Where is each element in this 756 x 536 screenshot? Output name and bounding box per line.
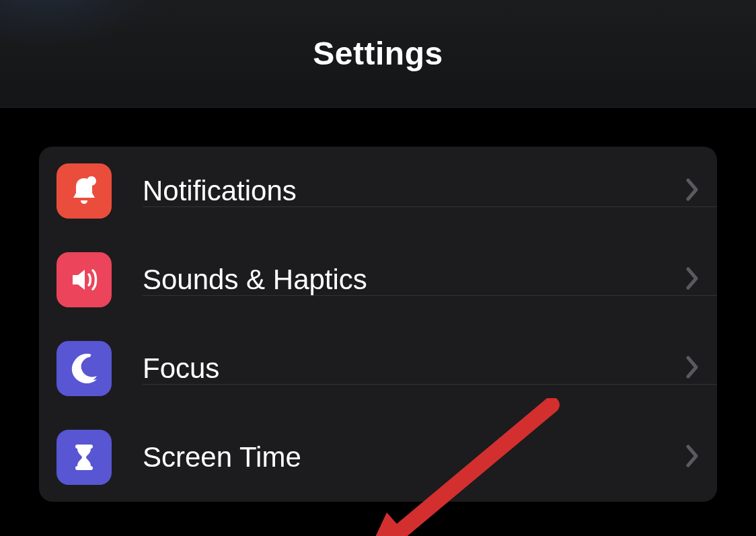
- settings-row-screentime[interactable]: Screen Time: [39, 413, 717, 502]
- settings-row-focus[interactable]: Focus: [39, 324, 717, 413]
- settings-row-label: Notifications: [143, 175, 686, 207]
- settings-row-label: Screen Time: [143, 441, 686, 473]
- header-bar: Settings: [0, 0, 756, 108]
- settings-row-label: Focus: [143, 352, 686, 385]
- settings-row-sounds[interactable]: Sounds & Haptics: [39, 235, 717, 324]
- chevron-right-icon: [686, 445, 700, 470]
- speaker-icon: [56, 252, 112, 307]
- chevron-right-icon: [686, 267, 700, 293]
- settings-row-notifications[interactable]: Notifications: [39, 147, 717, 235]
- header-glow: [0, 0, 175, 54]
- moon-icon: [56, 341, 112, 396]
- svg-rect-2: [75, 466, 93, 470]
- chevron-right-icon: [686, 178, 700, 204]
- settings-group: Notifications Sounds & Haptics: [39, 147, 717, 502]
- hourglass-icon: [56, 430, 112, 485]
- content-area: Notifications Sounds & Haptics: [0, 108, 756, 536]
- svg-rect-1: [75, 445, 93, 449]
- svg-point-0: [87, 176, 96, 186]
- settings-row-label: Sounds & Haptics: [143, 264, 686, 296]
- chevron-right-icon: [686, 356, 700, 381]
- page-title: Settings: [313, 35, 443, 72]
- bell-badge-icon: [56, 163, 112, 219]
